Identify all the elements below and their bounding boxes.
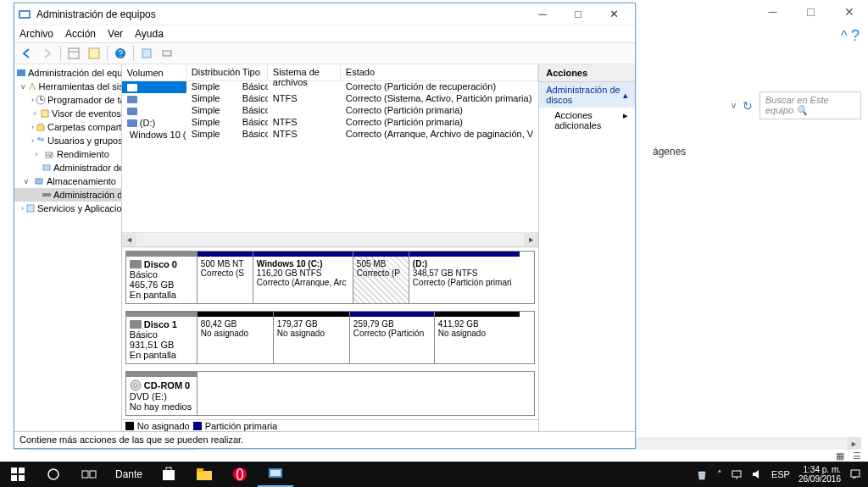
tree-disk-management[interactable]: Administración de disco: [14, 188, 121, 202]
tray-network-icon[interactable]: [731, 468, 743, 480]
view-large-icons-button[interactable]: ▦: [836, 451, 844, 462]
actions-header: Acciones: [539, 64, 635, 82]
svg-rect-35: [197, 468, 203, 472]
tray-recycle-icon[interactable]: [695, 468, 709, 481]
col-layout[interactable]: Distribución: [186, 64, 237, 80]
maximize-button[interactable]: □: [560, 5, 596, 24]
svg-rect-25: [11, 468, 17, 473]
col-volume[interactable]: Volumen: [122, 64, 186, 80]
volume-row[interactable]: Windows 10 (C:)SimpleBásicoNTFSCorrecto …: [122, 129, 538, 141]
svg-point-15: [41, 138, 44, 141]
volume-row[interactable]: SimpleBásicoCorrecto (Partición de recup…: [122, 81, 538, 93]
partition[interactable]: 179,37 GBNo asignado: [274, 312, 350, 363]
address-dropdown-icon[interactable]: v: [732, 101, 736, 110]
svg-rect-7: [142, 49, 151, 58]
more-button[interactable]: [158, 45, 176, 62]
help-icon[interactable]: ^: [841, 29, 848, 43]
tree-item[interactable]: ›Carpetas compartidas: [14, 120, 121, 134]
col-type[interactable]: Tipo: [237, 64, 268, 80]
close-button[interactable]: ✕: [596, 5, 632, 24]
disk-block[interactable]: Disco 0Básico465,76 GBEn pantalla500 MB …: [125, 251, 535, 304]
show-hide-button[interactable]: [64, 45, 83, 62]
tree-item[interactable]: ›Rendimiento: [14, 147, 121, 161]
bg-maximize-button[interactable]: □: [792, 0, 830, 24]
bg-close-button[interactable]: ✕: [830, 0, 868, 24]
bg-minimize-button[interactable]: ─: [754, 0, 792, 24]
menu-help[interactable]: Ayuda: [135, 28, 164, 40]
volume-list[interactable]: Volumen Distribución Tipo Sistema de arc…: [122, 64, 538, 247]
tree-item[interactable]: ›Usuarios y grupos locale: [14, 134, 121, 147]
tree-item[interactable]: ›Visor de eventos: [14, 107, 121, 120]
tree-item[interactable]: Administrador de dispo: [14, 161, 121, 174]
svg-rect-1: [20, 12, 29, 17]
volume-row[interactable]: (D:)SimpleBásicoNTFSCorrecto (Partición …: [122, 117, 538, 129]
partition[interactable]: 259,79 GBCorrecto (Partición: [350, 312, 435, 363]
titlebar[interactable]: Administración de equipos ─ □ ✕: [14, 3, 635, 25]
tray-ime[interactable]: ESP: [771, 469, 790, 479]
disk-info[interactable]: Disco 1Básico931,51 GBEn pantalla: [126, 312, 198, 363]
start-button[interactable]: [0, 462, 36, 487]
taskbar-app-explorer[interactable]: [186, 462, 222, 487]
tree-system-tools[interactable]: vHerramientas del sistema: [14, 80, 121, 93]
volume-row[interactable]: SimpleBásicoNTFSCorrecto (Sistema, Activ…: [122, 93, 538, 105]
help-button[interactable]: ?: [111, 45, 130, 62]
partition[interactable]: (D:)348,57 GB NTFSCorrecto (Partición pr…: [409, 252, 520, 303]
properties-button[interactable]: [85, 45, 103, 62]
svg-rect-17: [43, 165, 50, 170]
partition[interactable]: 411,92 GBNo asignado: [435, 312, 520, 363]
svg-rect-30: [82, 471, 88, 478]
menu-view[interactable]: Ver: [108, 28, 123, 40]
tree-root[interactable]: Administración del equipo (loc: [14, 66, 121, 80]
svg-point-29: [48, 469, 58, 479]
partition[interactable]: Windows 10 (C:)116,20 GB NTFSCorrecto (A…: [253, 252, 353, 303]
system-tray[interactable]: ˄ ESP 1:34 p. m.26/09/2016: [695, 465, 868, 484]
tray-volume-icon[interactable]: [751, 468, 763, 480]
disk-info[interactable]: Disco 0Básico465,76 GBEn pantalla: [126, 252, 198, 303]
taskbar-app-store[interactable]: [151, 462, 186, 487]
svg-point-24: [134, 384, 137, 387]
disk-block[interactable]: CD-ROM 0DVD (E:)No hay medios: [125, 371, 535, 416]
collapse-icon[interactable]: ▴: [623, 90, 628, 101]
cortana-button[interactable]: [36, 462, 71, 487]
taskbar[interactable]: Dante ˄ ESP 1:34 p. m.26/09/2016: [0, 462, 868, 487]
app-icon: [18, 8, 31, 21]
taskbar-search-label[interactable]: Dante: [107, 468, 151, 480]
view-details-button[interactable]: ☰: [853, 451, 861, 462]
tree-storage[interactable]: vAlmacenamiento: [14, 174, 121, 188]
partition[interactable]: 500 MB NTCorrecto (S: [198, 252, 253, 303]
svg-rect-4: [89, 48, 99, 58]
col-filesystem[interactable]: Sistema de archivos: [268, 64, 341, 80]
tree-services[interactable]: ›Servicios y Aplicaciones: [14, 202, 121, 215]
minimize-button[interactable]: ─: [525, 5, 560, 24]
forward-button[interactable]: [38, 45, 57, 62]
svg-rect-13: [42, 110, 48, 117]
taskbar-app-opera[interactable]: [222, 462, 258, 487]
tray-clock[interactable]: 1:34 p. m.26/09/2016: [798, 465, 841, 484]
partition[interactable]: 505 MBCorrecto (P: [353, 252, 409, 303]
settings-button[interactable]: [137, 45, 156, 62]
actions-section[interactable]: Administración de discos▴: [539, 82, 635, 108]
menu-action[interactable]: Acción: [65, 28, 96, 40]
back-button[interactable]: [18, 45, 36, 62]
tray-overflow-icon[interactable]: ˄: [717, 469, 722, 480]
taskbar-app-mmc[interactable]: [258, 462, 293, 487]
search-input[interactable]: Buscar en Este equipo 🔍: [760, 91, 861, 119]
disk-block[interactable]: Disco 1Básico931,51 GBEn pantalla80,42 G…: [125, 311, 535, 364]
volume-list-header[interactable]: Volumen Distribución Tipo Sistema de arc…: [122, 64, 538, 81]
actions-more[interactable]: Acciones adicionales▸: [539, 108, 635, 133]
volume-list-scrollbar[interactable]: ◄►: [122, 232, 538, 246]
navigation-tree[interactable]: Administración del equipo (loc vHerramie…: [14, 64, 122, 431]
svg-rect-20: [27, 205, 34, 212]
svg-rect-9: [17, 69, 25, 76]
disk-info[interactable]: CD-ROM 0DVD (E:)No hay medios: [126, 372, 198, 415]
menu-file[interactable]: Archivo: [19, 28, 53, 40]
refresh-icon[interactable]: ↻: [743, 99, 753, 113]
taskview-button[interactable]: [71, 462, 107, 487]
tray-notifications-icon[interactable]: [849, 468, 861, 480]
col-status[interactable]: Estado: [341, 64, 538, 80]
tree-item[interactable]: ›Programador de tareas: [14, 93, 121, 107]
window-title: Administración de equipos: [36, 8, 525, 20]
partition[interactable]: 80,42 GBNo asignado: [198, 312, 274, 363]
volume-row[interactable]: SimpleBásicoCorrecto (Partición primaria…: [122, 105, 538, 117]
svg-rect-18: [36, 179, 42, 184]
